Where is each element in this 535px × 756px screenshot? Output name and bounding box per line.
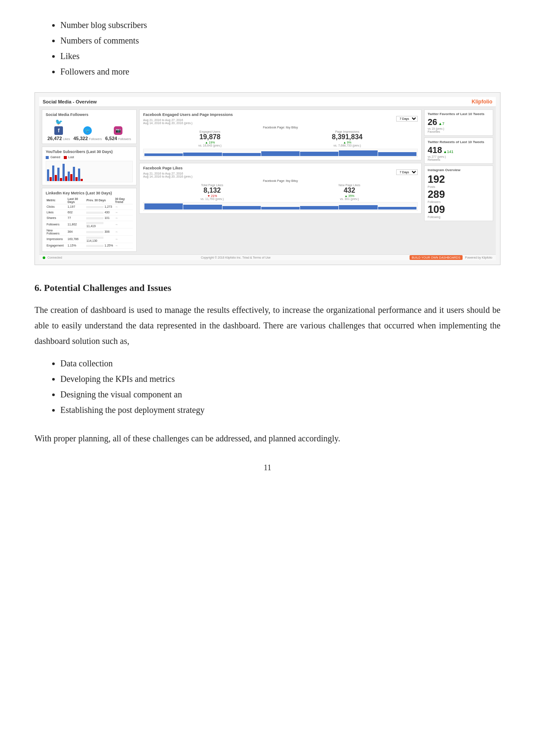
sm-followers-widget: Social Media Followers 🐦 f 26,472 Likes … [42,109,137,144]
li-metric-name: Impressions [46,235,67,243]
spark-bar [222,153,261,156]
li-metric-last30: 163,786 [67,235,86,243]
yt-bar [65,176,67,181]
instagram-posts-value: 192 [428,173,490,185]
fb-likes-date2: Aug 14, 2016 to Aug 20, 2016 (prev.) [143,175,192,178]
instagram-following-value: 109 [428,203,490,216]
fb-page-impressions: Page Impressions 8,391,834 ▲ 9% vs. 7,68… [332,130,363,147]
yt-bar [57,168,59,181]
section-body-text: The creation of dashboard is used to man… [34,302,501,349]
li-metric-last30: 11,802 [67,221,86,228]
li-metric-last30: 602 [67,209,86,215]
li-col-trend: 30 Day Trend [114,197,133,204]
page-number: 11 [34,463,501,472]
fb-engaged-sparkline [143,149,418,157]
yt-bar [75,177,78,181]
instagram-followers: 📷 6,524 Followers [105,126,131,141]
yt-bar [60,178,62,181]
li-metric-last30: 364 [67,228,86,235]
fb-likes-sparkline [143,202,418,211]
build-dashboard-button[interactable]: BUILD YOUR OWN DASHBOARDS [410,255,463,260]
spark-bar [222,206,261,209]
twitter-rt-change: ▲141 [443,150,454,154]
fb-engaged-users-value: 19,878 [198,133,222,141]
fb-total-likes-change: ▼ 21% [200,194,224,197]
facebook-likes-value: 26,472 [47,136,62,141]
li-metric-trend: ～ [114,243,133,248]
fb-likes-page: Facebook Page: Itsy Bitsy [143,179,418,182]
fb-engaged-date2: Aug 14, 2016 to Aug 20, 2016 (prev.) [143,122,233,125]
s6-bullet-4: Establishing the post deployment strateg… [60,402,501,418]
li-metric-trend: ～ [114,228,133,235]
yt-bar [70,174,72,181]
yt-lost-dot [64,156,67,159]
li-metric-last30: 1,197 [67,204,86,209]
spark-bar [183,205,222,209]
li-metric-trend: ～ [114,209,133,215]
facebook-followers: 🐦 f 26,472 Likes [47,119,70,141]
fb-engaged-users: Engaged Users 19,878 ▲ 19% vs. 16,643 (p… [198,130,222,147]
yt-bar [78,169,80,181]
twitter-followers: 🐦 45,322 Followers [73,126,102,141]
li-metric-trend: ～ [114,215,133,221]
twitter-fav-widget: Twitter Favorites of Last 10 Tweets 26 ▲… [424,109,493,136]
li-metric-name: Engagement [46,243,67,248]
instagram-widget: Instagram Overview 192 Posts 289 Followe… [424,166,493,221]
li-metric-name: New Followers [46,228,67,235]
li-metric-name: Likes [46,209,67,215]
intro-bullet-list: Number blog subscribers Numbers of comme… [34,17,501,79]
spark-bar [261,151,300,156]
fb-engaged-widget: Facebook Engaged Users and Page Impressi… [139,109,422,160]
fb-impressions-value: 8,391,834 [332,133,363,141]
li-metric-name: Followers [46,221,67,228]
s6-bullet-3: Designing the visual component an [60,387,501,402]
fb-likes-widget: Facebook Page Likes Aug 21, 2016 to Aug … [139,163,422,214]
fb-new-likes-change: ▲ 35% [338,194,360,197]
linkedin-table-row: Shares 77 101 ～ [46,215,133,221]
twitter-fav-label: Favorites [428,130,490,133]
twitter-followers-value: 45,322 [73,136,88,141]
li-metric-name: Clicks [46,204,67,209]
dashboard-header: Social Media - Overview Klipfolio [39,97,496,107]
section-closing-text: With proper planning, all of these chall… [34,431,501,446]
fb-engaged-period-select[interactable]: 7 Days [396,116,418,122]
li-metric-prev30: 114,130 [85,235,114,243]
linkedin-table-header: Metric Last 30 Days Prev. 30 Days 30 Day… [46,197,133,204]
li-col-last30: Last 30 Days [67,197,86,204]
bullet-item-2: Numbers of comments [60,33,501,48]
fb-engaged-metrics: Engaged Users 19,878 ▲ 19% vs. 16,643 (p… [143,130,418,147]
fb-engaged-users-prev: vs. 16,643 (prev.) [198,144,222,147]
yt-bar [81,179,83,181]
instagram-following-label: Following [428,216,490,219]
li-metric-last30: 77 [67,215,86,221]
footer-right: BUILD YOUR OWN DASHBOARDS Powered by Kli… [410,256,492,259]
spark-bar [261,207,300,209]
fb-engaged-users-label: Engaged Users [198,130,222,133]
li-metric-trend: ～ [114,204,133,209]
spark-bar [339,150,377,156]
fb-engaged-date: Aug 21, 2016 to Aug 27, 2016 [143,119,233,122]
dashboard-footer: Connected Copyright © 2016 Klipfolio Inc… [39,254,496,260]
linkedin-table-row: Clicks 1,197 1,273 ～ [46,204,133,209]
linkedin-table: Metric Last 30 Days Prev. 30 Days 30 Day… [46,197,133,249]
section6-bullet-list: Data collection Developing the KPIs and … [34,356,501,418]
fb-new-likes-prev: vs. 301 (prev.) [338,197,360,200]
connected-dot [43,256,45,259]
fb-likes-period-select[interactable]: 7 Days [396,169,418,175]
yt-bar [68,172,70,181]
yt-bar [55,175,57,181]
fb-new-likes-value: 432 [338,187,360,194]
twitter-rt-value: 418 [428,145,442,155]
fb-impressions-label: Page Impressions [332,130,363,133]
fb-likes-header: Facebook Page Likes Aug 21, 2016 to Aug … [143,166,418,178]
footer-copyright: Copyright © 2016 Klipfolio Inc. Téad & T… [201,256,271,259]
dashboard-left-col: Social Media Followers 🐦 f 26,472 Likes … [42,109,137,252]
li-metric-prev30: 1,273 [85,204,114,209]
fb-engaged-title: Facebook Engaged Users and Page Impressi… [143,112,233,117]
s6-bullet-2: Developing the KPIs and metrics [60,371,501,387]
fb-new-likes-label: New Page Likes [338,184,360,187]
dashboard-title: Social Media - Overview [43,99,97,104]
fb-likes-date: Aug 21, 2016 to Aug 27, 2016 [143,172,192,175]
fb-engaged-page: Facebook Page: Itsy Bitsy [143,126,418,129]
yt-gained-legend: Gained [46,156,60,159]
